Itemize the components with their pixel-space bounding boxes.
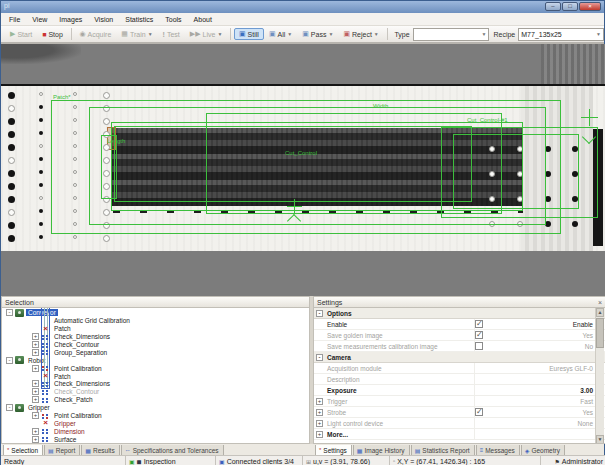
pass-button[interactable]: ▣ Pass▼ xyxy=(297,28,338,40)
tree-expander-icon[interactable]: + xyxy=(32,365,39,372)
train-button[interactable]: ▦ Train▼ xyxy=(116,28,157,40)
row-expander-icon[interactable]: + xyxy=(316,398,323,405)
tree-item-point-calibration[interactable]: +Point Calibration xyxy=(2,412,309,420)
settings-row-exposure[interactable]: Exposure3.00 xyxy=(314,385,605,396)
menu-item-images[interactable]: Images xyxy=(53,16,88,23)
tree-item-point-calibration[interactable]: +Point Calibration xyxy=(2,364,309,372)
settings-row-description[interactable]: Description xyxy=(314,374,605,385)
type-combobox[interactable]: ▼ xyxy=(413,28,490,41)
tree-item-check-contour[interactable]: +Check_Contour xyxy=(2,341,309,349)
group-collapse-icon[interactable]: - xyxy=(316,310,323,317)
menu-item-view[interactable]: View xyxy=(26,16,53,23)
tree-expander-icon[interactable]: + xyxy=(32,349,39,356)
tree-item-patch[interactable]: ×Patch xyxy=(2,325,309,333)
close-button[interactable]: × xyxy=(579,2,601,11)
scrollbar-thumb[interactable] xyxy=(596,318,604,348)
tree-expander-icon[interactable]: + xyxy=(32,428,39,435)
settings-row-save-golden-image[interactable]: Save golden imageYes xyxy=(314,330,605,341)
settings-group-options[interactable]: -Options xyxy=(314,308,605,319)
settings-row-save-measurements-calibration-image[interactable]: Save measurements calibration imageNo xyxy=(314,341,605,352)
menu-item-statistics[interactable]: Statistics xyxy=(119,16,159,23)
inspection-image-viewport[interactable]: Patch* Width Cut_Control-#1 Length Cut_C… xyxy=(1,44,605,296)
live-button[interactable]: ▶▶ Live▼ xyxy=(185,28,228,40)
tree-item-check-contour[interactable]: +Check_Contour xyxy=(2,388,309,396)
checkbox-checked[interactable] xyxy=(475,408,483,416)
menu-item-tools[interactable]: Tools xyxy=(159,16,187,23)
menu-item-file[interactable]: File xyxy=(3,16,26,23)
start-button[interactable]: ▶ Start xyxy=(5,28,37,40)
tree-item-check-dimensions[interactable]: +Check_Dimensions xyxy=(2,333,309,341)
menu-item-about[interactable]: About xyxy=(188,16,218,23)
tree-expander-icon[interactable]: + xyxy=(32,436,39,443)
stop-button[interactable]: ■ Stop xyxy=(37,29,68,40)
tree-expander-icon[interactable]: - xyxy=(6,309,13,316)
toolbar-separator xyxy=(230,28,231,40)
checkbox-checked[interactable] xyxy=(475,331,483,339)
settings-row-light-control-device[interactable]: +Light control deviceNone xyxy=(314,418,605,429)
row-expander-icon[interactable]: + xyxy=(316,431,323,438)
settings-row-acquisition-module[interactable]: Acquisition moduleEuresys GLF-0 xyxy=(314,363,605,374)
tree-item-automatic-grid-calibration[interactable]: Automatic Grid Calibration xyxy=(2,317,309,325)
roi-cut-control-inner[interactable] xyxy=(453,134,579,209)
tree-item-check-dimensions[interactable]: +Check_Dimensions xyxy=(2,380,309,388)
acquire-button[interactable]: ◉ Acquire xyxy=(74,28,116,40)
settings-row-value[interactable]: Enable xyxy=(495,321,605,328)
settings-row-label: Save measurements calibration image xyxy=(325,341,475,351)
menu-item-vision[interactable]: Vision xyxy=(88,16,119,23)
tree-item-label: Check_Dimensions xyxy=(52,380,112,387)
settings-group-camera[interactable]: -Camera xyxy=(314,352,605,363)
tree-expander-icon[interactable]: + xyxy=(32,380,39,387)
settings-row-value[interactable]: 3.00 xyxy=(495,387,605,394)
test-button[interactable]: ! Test xyxy=(158,29,185,40)
all-button[interactable]: ▣ All▼ xyxy=(264,28,297,40)
scroll-up-icon[interactable]: ▲ xyxy=(596,308,604,317)
group-collapse-icon[interactable]: - xyxy=(316,354,323,361)
tree-expander-icon[interactable]: + xyxy=(32,341,39,348)
tree-item-surface[interactable]: +Surface xyxy=(2,435,309,443)
image-artifact xyxy=(541,44,605,88)
title-bar[interactable]: pi – □ × xyxy=(1,1,604,13)
settings-row-value[interactable]: Euresys GLF-0 xyxy=(495,365,605,372)
maximize-button[interactable]: □ xyxy=(562,2,578,11)
still-toggle-button[interactable]: ▣ Still xyxy=(234,28,264,40)
settings-scrollbar[interactable]: ▲ ▼ xyxy=(595,308,604,444)
roi-inner[interactable] xyxy=(114,126,472,202)
tree-expander-icon[interactable]: - xyxy=(6,404,13,411)
row-expander-icon[interactable]: + xyxy=(316,409,323,416)
settings-row-value[interactable]: Fast xyxy=(495,398,605,405)
recipe-combobox[interactable]: M77_135x25▼ xyxy=(518,28,604,41)
minimize-button[interactable]: – xyxy=(545,2,561,11)
tree-expander-icon[interactable]: + xyxy=(32,333,39,340)
settings-row-value[interactable]: No xyxy=(495,343,605,350)
settings-row-value[interactable]: None xyxy=(495,420,605,427)
tree-item-gripper[interactable]: -Gripper xyxy=(2,404,309,412)
tree-expander-icon[interactable]: + xyxy=(32,396,39,403)
film-hole-dot xyxy=(39,196,43,200)
film-hole-dot xyxy=(39,131,43,135)
selection-panel-header[interactable]: Selection xyxy=(1,296,310,308)
tree-item-gripper[interactable]: ×Gripper xyxy=(2,419,309,427)
tree-item-patch[interactable]: ×Patch xyxy=(2,372,309,380)
settings-panel-header[interactable]: Settings × xyxy=(313,296,605,308)
checkbox-unchecked[interactable] xyxy=(475,342,483,350)
tree-expander-icon[interactable]: + xyxy=(32,412,39,419)
row-expander-icon[interactable]: + xyxy=(316,420,323,427)
tree-item-dimension[interactable]: +Dimension xyxy=(2,427,309,435)
film-hole-dot xyxy=(39,144,43,148)
settings-row-more-[interactable]: +More... xyxy=(314,429,605,440)
tree-item-group-separation[interactable]: +Group_Separation xyxy=(2,348,309,356)
close-icon[interactable]: × xyxy=(598,299,602,306)
settings-row-value[interactable]: Yes xyxy=(495,409,605,416)
settings-row-enable[interactable]: EnableEnable xyxy=(314,319,605,330)
settings-row-trigger[interactable]: +TriggerFast xyxy=(314,396,605,407)
tree-expander-icon[interactable]: - xyxy=(6,357,13,364)
settings-row-strobe[interactable]: +StrobeYes xyxy=(314,407,605,418)
scroll-down-icon[interactable]: ▼ xyxy=(596,435,604,444)
tree-expander-icon[interactable]: + xyxy=(32,388,39,395)
still-image-icon: ▣ xyxy=(239,30,246,38)
reject-button[interactable]: ▣ Reject▼ xyxy=(338,28,383,40)
tree-item-check-patch[interactable]: +Check_Patch xyxy=(2,396,309,404)
checkbox-checked[interactable] xyxy=(475,320,483,328)
settings-row-value[interactable]: Yes xyxy=(495,332,605,339)
roi-length[interactable] xyxy=(101,135,117,199)
